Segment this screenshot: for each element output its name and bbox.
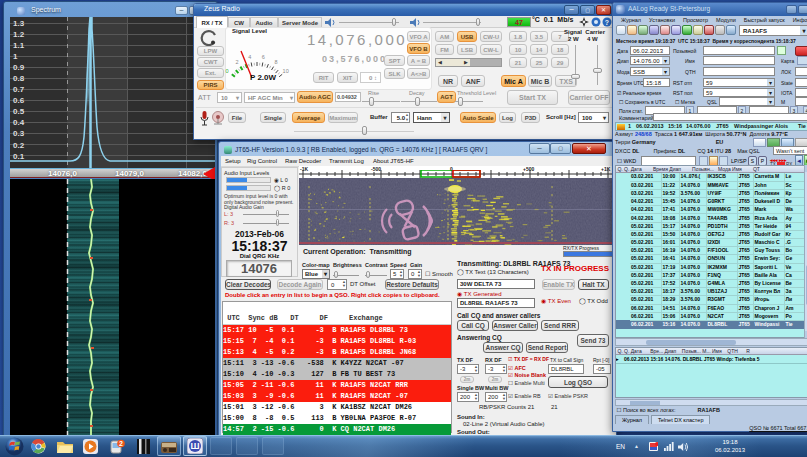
svg-text:?: ? [605,19,609,26]
svg-text:6: 6 [262,54,265,60]
svg-text:0: 0 [225,68,228,74]
svg-text:2: 2 [119,440,123,447]
svg-text:8: 8 [274,59,277,65]
svg-text:2: 2 [236,59,239,65]
svg-text:Ш: Ш [190,441,199,451]
svg-text:4: 4 [248,54,251,60]
svg-text:10: 10 [283,68,289,74]
